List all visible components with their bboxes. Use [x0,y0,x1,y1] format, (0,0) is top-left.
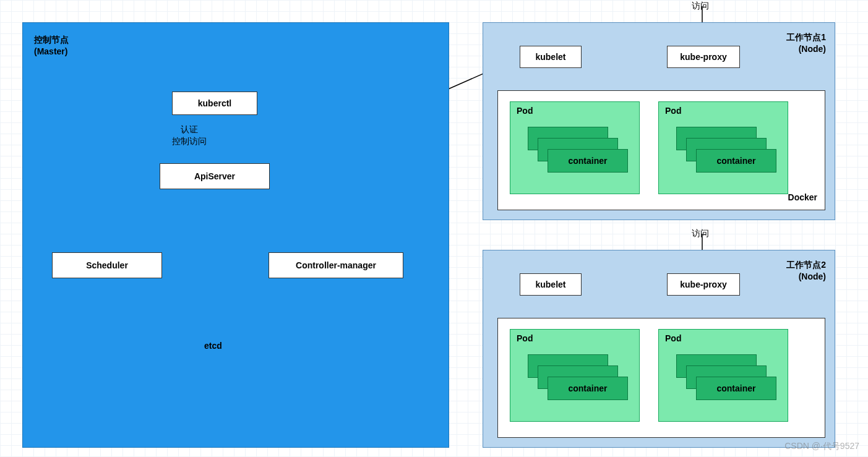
etcd-label: etcd [204,340,222,352]
node1-pod-2: Pod container [658,101,788,194]
apiserver-box: ApiServer [160,163,270,189]
node1-kubelet: kubelet [520,46,582,68]
node2-kube-proxy: kube-proxy [667,273,740,296]
master-title: 控制节点 (Master) [34,34,69,58]
master-panel: 控制节点 (Master) [22,22,449,448]
scheduler-box: Scheduler [52,252,162,278]
node1-pod2-ct3: container [696,149,776,173]
access-label-2: 访问 [692,228,709,239]
access-label-1: 访问 [692,0,709,12]
auth-label: 认证 控制访问 [172,124,207,147]
node1-docker-label: Docker [788,192,817,203]
node2-pod1-ct3: container [548,377,628,400]
node2-kubelet: kubelet [520,273,582,296]
node2-pod2-ct3: container [696,377,776,400]
node2-pod1-label: Pod [517,333,533,343]
node1-pod1-ct3: container [548,149,628,173]
node1-title: 工作节点1 (Node) [786,32,826,55]
node2-pod-2: Pod container [658,329,788,422]
node2-title: 工作节点2 (Node) [786,259,826,283]
controller-manager-box: Controller-manager [269,252,403,278]
watermark: CSDN @·代号9527 [784,441,859,452]
kuberctl-box: kuberctl [172,92,257,115]
node1-pod2-label: Pod [665,106,681,116]
node2-pod-1: Pod container [510,329,640,422]
node1-pod1-label: Pod [517,106,533,116]
node2-pod2-label: Pod [665,333,681,343]
node1-kube-proxy: kube-proxy [667,46,740,68]
node1-pod-1: Pod container [510,101,640,194]
